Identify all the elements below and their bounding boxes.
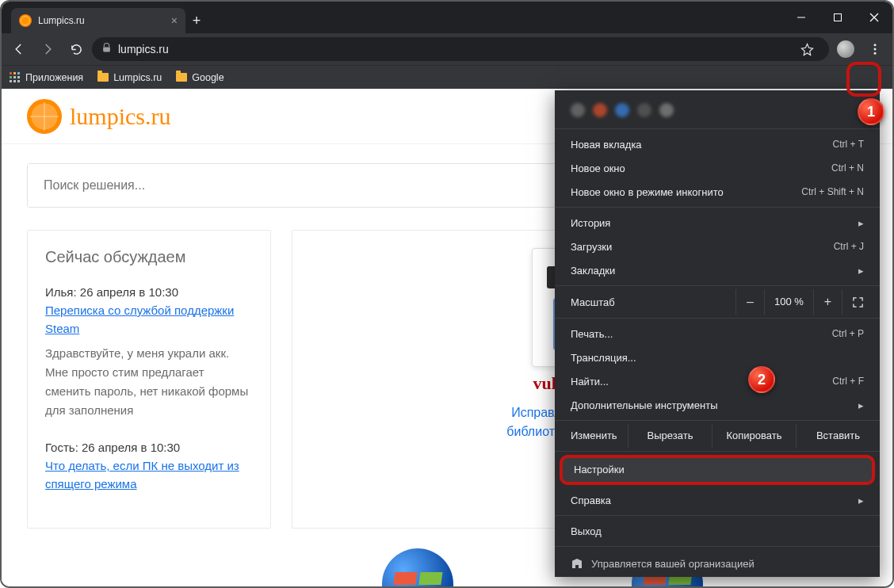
maximize-button[interactable]: [820, 2, 856, 33]
folder-icon: [97, 73, 109, 82]
building-icon: [571, 557, 583, 570]
discuss-link[interactable]: Переписка со службой поддержки Steam: [45, 302, 253, 338]
close-tab-button[interactable]: ×: [171, 15, 178, 26]
windows-logo-icon: [382, 548, 453, 586]
svg-point-6: [874, 48, 877, 51]
browser-toolbar: lumpics.ru: [2, 33, 892, 65]
menu-zoom-row: Масштаб – 100 % +: [555, 289, 880, 315]
bookmark-label: Google: [192, 72, 224, 83]
menu-help[interactable]: Справка▸: [555, 488, 880, 512]
bookmark-folder[interactable]: Google: [176, 72, 224, 83]
favicon-icon: [19, 14, 32, 27]
menu-downloads[interactable]: ЗагрузкиCtrl + J: [555, 235, 880, 258]
browser-tab-strip: Lumpics.ru × +: [2, 2, 892, 33]
menu-edit-row: Изменить Вырезать Копировать Вставить: [555, 424, 880, 448]
chrome-menu: Новая вкладкаCtrl + T Новое окноCtrl + N…: [555, 90, 880, 577]
discuss-body: Здравствуйте, у меня украли акк. Мне про…: [45, 344, 253, 420]
svg-rect-4: [103, 47, 110, 52]
back-button[interactable]: [6, 36, 32, 62]
fullscreen-button[interactable]: [842, 289, 873, 315]
bookmark-folder[interactable]: Lumpics.ru: [97, 72, 162, 83]
discuss-item: Гость: 26 апреля в 10:30 Что делать, есл…: [45, 441, 253, 499]
menu-find[interactable]: Найти...Ctrl + F: [555, 369, 880, 393]
site-logo[interactable]: lumpics.ru: [27, 99, 171, 134]
menu-paste[interactable]: Вставить: [796, 424, 880, 448]
forward-button[interactable]: [35, 36, 60, 62]
chevron-right-icon: ▸: [858, 399, 864, 411]
minimize-button[interactable]: [783, 2, 820, 33]
zoom-out-button[interactable]: –: [735, 289, 764, 315]
menu-more-tools[interactable]: Дополнительные инструменты▸: [555, 393, 880, 417]
bookmarks-bar: Приложения Lumpics.ru Google: [2, 65, 892, 89]
menu-profiles-row[interactable]: [555, 95, 880, 125]
menu-copy[interactable]: Копировать: [712, 424, 796, 448]
orange-icon: [27, 99, 62, 134]
svg-rect-1: [835, 14, 842, 21]
menu-exit[interactable]: Выход: [555, 519, 880, 543]
zoom-label: Масштаб: [571, 296, 735, 308]
annotation-badge-1: 1: [858, 98, 884, 125]
menu-new-window[interactable]: Новое окноCtrl + N: [555, 156, 880, 180]
menu-print[interactable]: Печать...Ctrl + P: [555, 322, 880, 346]
menu-settings[interactable]: Настройки: [560, 455, 875, 485]
discuss-link[interactable]: Что делать, если ПК не выходит из спящег…: [45, 457, 253, 493]
annotation-badge-2: 2: [748, 366, 775, 393]
folder-icon: [176, 73, 187, 82]
url-text: lumpics.ru: [118, 43, 169, 55]
new-tab-button[interactable]: +: [185, 8, 208, 33]
tab-title: Lumpics.ru: [38, 15, 85, 26]
menu-history[interactable]: История▸: [555, 211, 880, 235]
discuss-meta: Илья: 26 апреля в 10:30: [45, 285, 253, 299]
edit-label: Изменить: [555, 424, 628, 448]
close-window-button[interactable]: [856, 2, 892, 33]
browser-tab[interactable]: Lumpics.ru ×: [11, 8, 185, 33]
chevron-right-icon: ▸: [858, 217, 864, 229]
discuss-title: Сейчас обсуждаем: [45, 248, 253, 266]
menu-cast[interactable]: Трансляция...: [555, 346, 880, 369]
svg-point-5: [874, 44, 877, 46]
chevron-right-icon: ▸: [858, 265, 864, 277]
menu-new-tab[interactable]: Новая вкладкаCtrl + T: [555, 132, 880, 156]
apps-label: Приложения: [25, 72, 83, 83]
discuss-meta: Гость: 26 апреля в 10:30: [45, 441, 253, 454]
discuss-item: Илья: 26 апреля в 10:30 Переписка со слу…: [45, 285, 253, 420]
reload-button[interactable]: [63, 36, 89, 62]
apps-button[interactable]: Приложения: [10, 72, 83, 83]
menu-managed-by-org[interactable]: Управляется вашей организацией: [555, 550, 880, 577]
menu-bookmarks[interactable]: Закладки▸: [555, 258, 880, 282]
profile-avatar[interactable]: [837, 40, 854, 58]
menu-cut[interactable]: Вырезать: [628, 424, 712, 448]
address-bar[interactable]: lumpics.ru: [92, 37, 829, 61]
window-controls: [783, 2, 892, 33]
bookmark-star-button[interactable]: [794, 36, 820, 62]
apps-icon: [10, 72, 21, 83]
svg-point-7: [874, 52, 877, 55]
zoom-in-button[interactable]: +: [813, 289, 842, 315]
logo-text: lumpics.ru: [70, 103, 171, 130]
zoom-value: 100 %: [764, 289, 813, 315]
chevron-right-icon: ▸: [858, 494, 864, 506]
discuss-panel: Сейчас обсуждаем Илья: 26 апреля в 10:30…: [27, 230, 271, 529]
menu-incognito[interactable]: Новое окно в режиме инкогнитоCtrl + Shif…: [555, 180, 880, 204]
bookmark-label: Lumpics.ru: [113, 72, 162, 83]
lock-icon: [101, 43, 112, 55]
menu-kebab-button[interactable]: [862, 36, 888, 62]
